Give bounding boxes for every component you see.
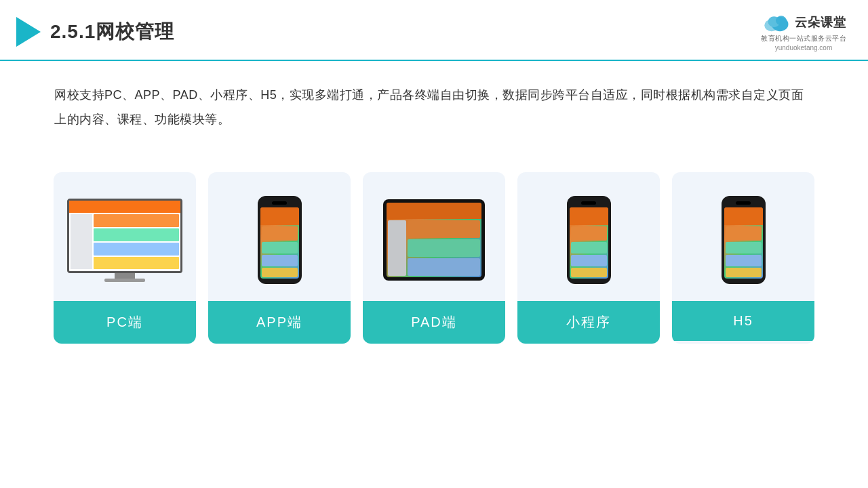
pc-screen <box>67 199 182 273</box>
page-header: 2.5.1网校管理 云朵课堂 教育机构一站式服务云平台 yunduoketang… <box>0 0 868 61</box>
app-phone-screen <box>260 207 299 279</box>
pad-image-area <box>363 172 505 301</box>
header-left: 2.5.1网校管理 <box>16 17 174 47</box>
h5-card: H5 <box>672 172 814 344</box>
app-phone-body <box>258 196 302 284</box>
h5-phone-screen <box>724 207 763 279</box>
device-cards-container: PC端 APP端 <box>0 152 868 344</box>
brand-name: 云朵课堂 <box>795 14 846 30</box>
pad-card: PAD端 <box>363 172 505 344</box>
app-card: APP端 <box>208 172 351 344</box>
h5-phone-body <box>722 196 766 284</box>
app-image-area <box>208 172 351 301</box>
pc-stand <box>115 273 135 279</box>
app-phone-mockup <box>258 196 302 284</box>
logo-cloud: 云朵课堂 <box>761 12 846 33</box>
h5-phone-mockup <box>722 196 766 284</box>
app-label: APP端 <box>208 301 351 344</box>
pc-card: PC端 <box>54 172 196 344</box>
pad-label: PAD端 <box>363 301 505 344</box>
svg-point-3 <box>776 16 787 25</box>
mini-card: 小程序 <box>517 172 660 344</box>
pc-image-area <box>54 172 196 301</box>
logo-tagline: 教育机构一站式服务云平台 <box>761 34 846 43</box>
logo-url: yunduoketang.com <box>775 44 833 52</box>
mini-phone-notch <box>581 201 596 205</box>
mini-label: 小程序 <box>517 301 660 344</box>
mini-phone-body <box>567 196 611 284</box>
description-text: 网校支持PC、APP、PAD、小程序、H5，实现多端打通，产品各终端自由切换，数… <box>0 61 868 145</box>
h5-image-area <box>672 172 814 301</box>
cloud-logo-icon <box>761 12 791 33</box>
phone-notch <box>272 201 287 205</box>
pad-body <box>383 199 485 281</box>
pc-mockup <box>67 199 182 282</box>
mini-phone-mockup <box>567 196 611 284</box>
pc-base <box>104 279 145 282</box>
mini-phone-screen <box>570 207 608 279</box>
mini-image-area <box>517 172 660 301</box>
h5-phone-notch <box>736 201 751 205</box>
logo-area: 云朵课堂 教育机构一站式服务云平台 yunduoketang.com <box>761 12 846 52</box>
play-icon <box>16 17 41 47</box>
pad-screen <box>387 203 481 277</box>
pad-mockup <box>383 199 485 281</box>
pc-label: PC端 <box>54 301 196 344</box>
h5-label: H5 <box>672 301 814 341</box>
page-title: 2.5.1网校管理 <box>50 19 174 45</box>
